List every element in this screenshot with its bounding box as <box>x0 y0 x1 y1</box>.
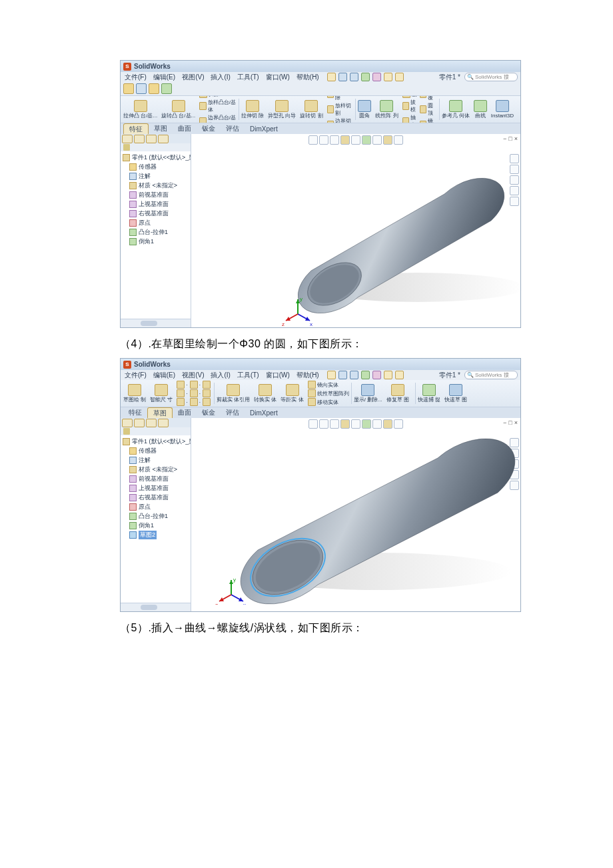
zoom-fit-icon[interactable] <box>319 419 328 429</box>
max-icon[interactable]: □ <box>508 419 512 426</box>
panel-scrollbar[interactable] <box>121 603 191 611</box>
feature-tree[interactable]: 零件1 (默认<<默认>_显 传感器 注解 材质 <未指定> 前视基准面 上视基… <box>121 151 191 319</box>
view-style-icon[interactable] <box>340 419 350 429</box>
loft-icon[interactable] <box>199 102 207 110</box>
qa-icon[interactable] <box>161 83 172 94</box>
appearance-icon[interactable] <box>394 419 403 429</box>
tab-surface[interactable]: 曲面 <box>173 123 197 134</box>
menu-tools[interactable]: 工具(T) <box>237 73 259 82</box>
scene-icon[interactable] <box>372 419 382 429</box>
menu-help[interactable]: 帮助(H) <box>297 73 319 82</box>
text-icon[interactable] <box>203 398 211 406</box>
arc-icon[interactable] <box>203 381 211 389</box>
panel-scrollbar[interactable] <box>121 319 191 327</box>
qa-icon[interactable] <box>123 83 134 94</box>
qa-icon[interactable] <box>149 83 159 94</box>
tab-features[interactable]: 特征 <box>123 407 147 418</box>
toolbar-icon-print[interactable] <box>361 73 370 81</box>
min-icon[interactable]: − <box>503 135 506 142</box>
cut-revolve-icon[interactable] <box>305 100 318 112</box>
panel-tab-icon[interactable] <box>134 419 145 427</box>
panel-tab-icon[interactable] <box>146 419 157 427</box>
panel-tab-icon[interactable] <box>122 135 133 143</box>
toolbar-icon[interactable] <box>372 371 381 379</box>
toolbar-icon-rebuild[interactable] <box>384 73 392 81</box>
tab-surface[interactable]: 曲面 <box>173 407 197 418</box>
section-icon[interactable] <box>351 419 360 429</box>
tab-dimxpert[interactable]: DimXpert <box>245 125 283 133</box>
offset-icon[interactable] <box>286 384 299 396</box>
menu-file[interactable]: 文件(F) <box>125 73 147 82</box>
toolbar-icon[interactable] <box>350 371 358 379</box>
shell-icon[interactable] <box>402 117 409 123</box>
search-input[interactable]: 🔍SolidWorks 搜 <box>464 73 518 81</box>
menu-view[interactable]: 视图(V) <box>182 371 204 380</box>
panel-tab-icon[interactable] <box>158 419 169 427</box>
line-icon[interactable] <box>177 381 185 389</box>
filter-icon[interactable] <box>123 144 130 151</box>
extrude-boss-icon[interactable] <box>134 100 147 112</box>
boundary-icon[interactable] <box>199 117 207 123</box>
curves-icon[interactable] <box>474 100 487 112</box>
trim-icon[interactable] <box>227 384 240 396</box>
display-delete-icon[interactable] <box>361 384 374 396</box>
menu-help[interactable]: 帮助(H) <box>297 371 319 380</box>
menu-view[interactable]: 视图(V) <box>182 73 204 82</box>
toolbar-icon[interactable] <box>361 371 370 379</box>
zoom-icon[interactable] <box>308 135 318 145</box>
linear-pattern-icon[interactable] <box>380 100 393 112</box>
rect-icon[interactable] <box>177 389 185 397</box>
tab-features[interactable]: 特征 <box>123 123 149 135</box>
hide-show-icon[interactable] <box>383 135 392 145</box>
circle-icon[interactable] <box>190 381 198 389</box>
spline-icon[interactable] <box>203 389 211 397</box>
instant3d-icon[interactable] <box>496 100 509 112</box>
min-icon[interactable]: − <box>503 419 506 426</box>
qa-icon[interactable] <box>136 83 147 94</box>
section-icon[interactable] <box>351 135 360 145</box>
slot-icon[interactable] <box>190 389 198 397</box>
menu-edit[interactable]: 编辑(E) <box>153 73 175 82</box>
wrap-icon[interactable] <box>420 96 426 98</box>
close-icon[interactable]: × <box>514 135 518 142</box>
zoom-fit-icon[interactable] <box>319 135 328 145</box>
cut-extrude-icon[interactable] <box>246 100 259 112</box>
panel-tab-icon[interactable] <box>134 135 145 143</box>
move-sketch-icon[interactable] <box>308 398 316 406</box>
cut-loft-icon[interactable] <box>327 105 334 113</box>
tab-evaluate[interactable]: 评估 <box>221 407 245 418</box>
toolbar-icon[interactable] <box>338 371 347 379</box>
convert-icon[interactable] <box>259 384 272 396</box>
dome-icon[interactable] <box>420 105 426 113</box>
menu-file[interactable]: 文件(F) <box>125 371 147 380</box>
close-icon[interactable]: × <box>514 419 518 426</box>
toolbar-icon-new[interactable] <box>327 73 336 81</box>
toolbar-icon[interactable] <box>327 371 336 379</box>
hole-wizard-icon[interactable] <box>275 100 289 112</box>
search-input[interactable]: 🔍SolidWorks 搜 <box>464 371 518 379</box>
tab-sheetmetal[interactable]: 钣金 <box>197 407 221 418</box>
sweep-icon[interactable] <box>199 96 207 98</box>
panel-tab-icon[interactable] <box>146 135 157 143</box>
rib-icon[interactable] <box>402 96 410 98</box>
repair-sketch-icon[interactable] <box>391 384 404 396</box>
view-style-icon[interactable] <box>340 135 350 145</box>
fillet-icon[interactable] <box>358 100 371 112</box>
toolbar-icon-undo[interactable] <box>372 73 381 81</box>
linear-pattern-sketch-icon[interactable] <box>308 389 316 397</box>
feature-tree[interactable]: 零件1 (默认<<默认>_显 传感器 注解 材质 <未指定> 前视基准面 上视基… <box>121 435 191 603</box>
toolbar-icon[interactable] <box>395 371 404 379</box>
mirror-sketch-icon[interactable] <box>308 381 316 389</box>
draft-icon[interactable] <box>402 102 409 110</box>
max-icon[interactable]: □ <box>508 135 512 142</box>
menu-tools[interactable]: 工具(T) <box>237 371 259 380</box>
tab-evaluate[interactable]: 评估 <box>221 123 245 134</box>
viewport-3d[interactable]: −□× <box>191 134 520 327</box>
appearance-icon[interactable] <box>394 135 403 145</box>
tab-sketch[interactable]: 草图 <box>149 123 173 134</box>
revolve-boss-icon[interactable] <box>172 100 185 112</box>
rotate-icon[interactable] <box>330 135 339 145</box>
toolbar-icon-save[interactable] <box>350 73 358 81</box>
menu-insert[interactable]: 插入(I) <box>211 73 230 82</box>
tab-sheetmetal[interactable]: 钣金 <box>197 123 221 134</box>
